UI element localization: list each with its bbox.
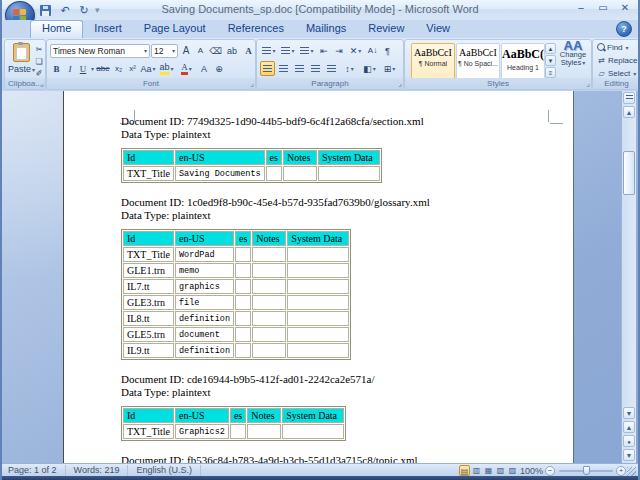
document-page[interactable]: Document ID: 7749d325-1d90-44b5-bdf9-6c4…	[63, 91, 574, 463]
asian-layout-button[interactable]: ✕▾	[347, 43, 364, 58]
superscript-button[interactable]: x²	[126, 61, 139, 76]
font-name-select[interactable]: Times New Roman▾	[50, 44, 150, 58]
table-cell	[287, 343, 349, 358]
tab-page-layout[interactable]: Page Layout	[133, 20, 217, 38]
borders-button[interactable]: ⊞▾	[380, 61, 399, 76]
multilevel-list-button[interactable]: ▾	[298, 43, 316, 58]
clear-formatting-button[interactable]: ⌫	[208, 43, 223, 58]
dialog-launcher-icon[interactable]: ⌟	[586, 78, 590, 89]
font-color-button[interactable]: A▾	[177, 61, 196, 76]
change-case-button[interactable]: Aa▾	[140, 61, 156, 76]
increase-indent-button[interactable]: ⇥	[332, 43, 346, 58]
style-normal[interactable]: AaBbCcI¶ Normal	[411, 43, 455, 81]
align-right-button[interactable]	[292, 61, 307, 76]
numbering-button[interactable]: ▾	[279, 43, 297, 58]
show-hide-button[interactable]: ¶	[381, 43, 394, 58]
replace-button[interactable]: ⇄ Replace	[597, 54, 640, 66]
table-cell: memo	[175, 263, 234, 278]
phonetic-guide-button[interactable]: ab	[224, 43, 240, 58]
italic-button[interactable]: I	[64, 61, 76, 76]
replace-icon: ⇄	[597, 56, 606, 65]
decrease-indent-button[interactable]: ⇤	[317, 43, 331, 58]
page-indicator[interactable]: Page: 1 of 2	[8, 465, 66, 476]
table-cell: GLE5.trn	[123, 327, 174, 342]
zoom-slider[interactable]	[559, 470, 613, 472]
scroll-down-button[interactable]: ▼	[623, 407, 635, 419]
scroll-up-button[interactable]: ▲	[623, 106, 635, 118]
character-shading-button[interactable]: A	[197, 61, 211, 76]
tab-insert[interactable]: Insert	[83, 20, 133, 38]
sort-button[interactable]: A↓	[365, 43, 380, 58]
shrink-font-button[interactable]: A	[194, 43, 207, 58]
bullets-button[interactable]: ▾	[260, 43, 278, 58]
tab-references[interactable]: References	[217, 20, 295, 38]
shading-button[interactable]: ◧▾	[360, 61, 379, 76]
vertical-scrollbar[interactable]: ▲ ▼ ▲ ● ▼	[621, 91, 636, 463]
tab-mailings[interactable]: Mailings	[295, 20, 357, 38]
table-header-cell: es	[266, 150, 282, 165]
word-count[interactable]: Words: 219	[66, 465, 129, 476]
close-button[interactable]: ✕	[616, 1, 634, 15]
web-layout-view-button[interactable]: ▦	[483, 465, 494, 476]
ruler-toggle-button[interactable]	[623, 92, 635, 104]
zoom-slider-thumb[interactable]	[583, 466, 590, 475]
dialog-launcher-icon[interactable]: ⌟	[40, 78, 44, 89]
change-styles-button[interactable]: AA Change Styles▾	[558, 42, 588, 67]
character-border-button[interactable]: A	[241, 43, 256, 58]
dialog-launcher-icon[interactable]: ⌟	[250, 78, 254, 89]
font-group-label: Font⌟	[47, 78, 255, 89]
language-indicator[interactable]: English (U.S.)	[128, 465, 201, 476]
doc-id-line: Document ID: 7749d325-1d90-44b5-bdf9-6c4…	[121, 115, 573, 128]
align-center-button[interactable]	[276, 61, 291, 76]
zoom-out-button[interactable]: −	[545, 466, 555, 476]
print-layout-icon: ▤	[461, 467, 469, 476]
resize-grip[interactable]	[627, 467, 636, 476]
previous-page-button[interactable]: ▲	[623, 421, 635, 433]
bold-button[interactable]: B	[50, 61, 63, 76]
style-no-spaci[interactable]: AaBbCcI¶ No Spaci...	[456, 43, 500, 81]
font-size-select[interactable]: 12▾	[151, 44, 178, 58]
gallery-down-button[interactable]: ▼	[545, 55, 556, 66]
print-layout-view-button[interactable]: ▤	[459, 465, 470, 476]
line-spacing-button[interactable]: ↕▾	[340, 61, 359, 76]
doc-id-line: Document ID: fb536c84-b783-4a9d-b3cb-55d…	[121, 454, 573, 463]
tab-home[interactable]: Home	[30, 20, 83, 38]
tab-review[interactable]: Review	[357, 20, 415, 38]
paste-button[interactable]: Paste▾	[8, 43, 34, 79]
minimize-button[interactable]: –	[572, 1, 590, 15]
scrollbar-thumb[interactable]	[623, 151, 635, 195]
find-button[interactable]: Find▾	[597, 41, 640, 53]
browse-object-button[interactable]: ●	[623, 435, 635, 447]
subscript-button[interactable]: x₂	[112, 61, 125, 76]
decrease-indent-icon: ⇤	[320, 46, 328, 56]
editing-group-label: Editing	[593, 78, 640, 89]
underline-button[interactable]: U	[77, 61, 89, 76]
next-page-button[interactable]: ▼	[623, 449, 635, 461]
enclose-characters-button[interactable]: ⊕	[212, 61, 226, 76]
style-heading-1[interactable]: AaBbC(Heading 1	[501, 43, 545, 81]
highlight-button[interactable]: ab▾	[157, 61, 176, 76]
gallery-up-button[interactable]: ▲	[545, 43, 556, 54]
gallery-more-button[interactable]: ≡	[545, 67, 556, 78]
zoom-level[interactable]: 100%	[520, 466, 543, 476]
underline-dropdown[interactable]: ▾	[91, 65, 94, 72]
help-button[interactable]: ?	[616, 21, 632, 37]
strikethrough-button[interactable]: abe	[95, 61, 111, 76]
copy-button[interactable]: ❏	[33, 56, 45, 67]
grow-font-button[interactable]: A	[179, 43, 193, 58]
draft-view-button[interactable]: ▨	[507, 465, 518, 476]
zoom-in-button[interactable]: +	[616, 466, 626, 476]
window-title: Saving Documents_sp.doc [Compatibility M…	[2, 3, 638, 15]
align-left-button[interactable]	[260, 61, 275, 76]
outline-view-button[interactable]: ▧	[495, 465, 506, 476]
tab-view[interactable]: View	[415, 20, 461, 38]
align-right-icon	[295, 65, 304, 72]
full-screen-view-button[interactable]: ▥	[471, 465, 482, 476]
dialog-launcher-icon[interactable]: ⌟	[398, 78, 402, 89]
table-cell	[266, 166, 282, 181]
maximize-button[interactable]: ▭	[594, 1, 612, 15]
cut-button[interactable]: ✂	[33, 44, 45, 55]
distribute-button[interactable]	[324, 61, 339, 76]
font-group: Times New Roman▾ 12▾ A A ⌫ ab A B I U ▾ …	[46, 39, 256, 90]
justify-button[interactable]	[308, 61, 323, 76]
